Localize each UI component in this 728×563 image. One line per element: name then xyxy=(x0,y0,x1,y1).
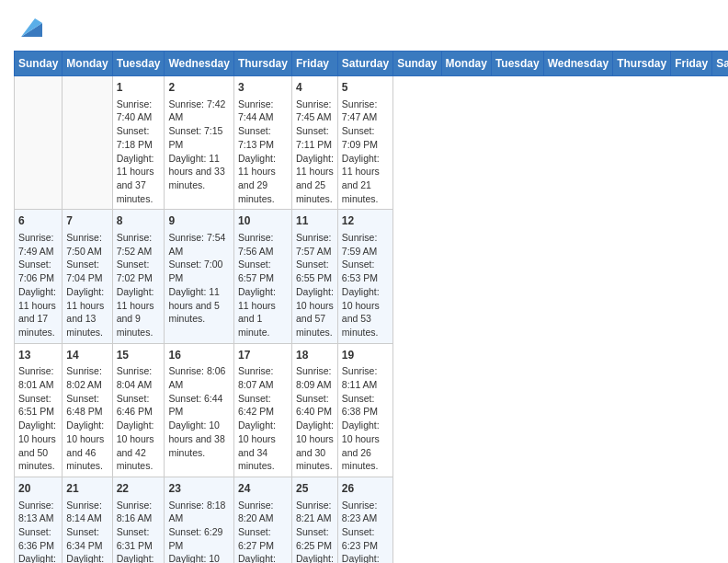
sunset-text: Sunset: 6:38 PM xyxy=(342,392,389,419)
header-tuesday: Tuesday xyxy=(491,52,543,76)
day-number: 22 xyxy=(117,481,161,497)
sunset-text: Sunset: 7:09 PM xyxy=(342,124,389,151)
sunrise-text: Sunrise: 7:59 AM xyxy=(342,231,389,258)
calendar-cell xyxy=(63,76,112,210)
day-number: 17 xyxy=(238,348,288,363)
day-number: 14 xyxy=(66,348,108,363)
calendar-cell: 19Sunrise: 8:11 AMSunset: 6:38 PMDayligh… xyxy=(337,343,392,477)
daylight-text: Daylight: 10 hours and 19 minutes. xyxy=(66,552,108,563)
logo-icon xyxy=(17,14,44,41)
sunset-text: Sunset: 7:18 PM xyxy=(117,124,161,151)
calendar-cell: 15Sunrise: 8:04 AMSunset: 6:46 PMDayligh… xyxy=(112,343,165,477)
daylight-text: Daylight: 11 hours and 17 minutes. xyxy=(18,285,58,339)
day-number: 24 xyxy=(238,481,288,497)
sunset-text: Sunset: 6:29 PM xyxy=(168,525,229,552)
calendar-cell: 4Sunrise: 7:45 AMSunset: 7:11 PMDaylight… xyxy=(291,76,337,210)
day-number: 16 xyxy=(168,348,229,363)
day-number: 10 xyxy=(238,213,288,229)
calendar-cell: 14Sunrise: 8:02 AMSunset: 6:48 PMDayligh… xyxy=(63,343,112,477)
calendar-cell: 8Sunrise: 7:52 AMSunset: 7:02 PMDaylight… xyxy=(112,210,165,343)
daylight-text: Daylight: 11 hours and 1 minute. xyxy=(238,285,288,339)
calendar-cell: 24Sunrise: 8:20 AMSunset: 6:27 PMDayligh… xyxy=(233,477,291,563)
daylight-text: Daylight: 11 hours and 25 minutes. xyxy=(296,152,334,206)
day-number: 5 xyxy=(342,80,389,96)
daylight-text: Daylight: 10 hours and 7 minutes. xyxy=(238,552,288,563)
sunset-text: Sunset: 6:25 PM xyxy=(296,525,334,552)
sunrise-text: Sunrise: 8:01 AM xyxy=(18,364,58,391)
calendar-cell: 9Sunrise: 7:54 AMSunset: 7:00 PMDaylight… xyxy=(165,210,233,343)
day-number: 18 xyxy=(296,348,334,363)
sunset-text: Sunset: 6:31 PM xyxy=(117,525,161,552)
sunrise-text: Sunrise: 8:13 AM xyxy=(18,499,58,525)
calendar-cell: 23Sunrise: 8:18 AMSunset: 6:29 PMDayligh… xyxy=(165,477,233,563)
sunset-text: Sunset: 7:04 PM xyxy=(66,258,108,284)
calendar-cell: 5Sunrise: 7:47 AMSunset: 7:09 PMDaylight… xyxy=(337,76,392,210)
calendar-week-row: 6Sunrise: 7:49 AMSunset: 7:06 PMDaylight… xyxy=(15,210,729,343)
header-friday: Friday xyxy=(291,52,337,76)
day-number: 7 xyxy=(66,213,108,229)
header-tuesday: Tuesday xyxy=(112,52,165,76)
day-number: 8 xyxy=(117,213,161,229)
sunrise-text: Sunrise: 8:06 AM xyxy=(168,364,229,391)
calendar-cell: 3Sunrise: 7:44 AMSunset: 7:13 PMDaylight… xyxy=(233,76,291,210)
daylight-text: Daylight: 10 hours and 46 minutes. xyxy=(66,419,108,473)
daylight-text: Daylight: 10 hours and 50 minutes. xyxy=(18,419,58,473)
sunrise-text: Sunrise: 7:52 AM xyxy=(117,231,161,258)
sunrise-text: Sunrise: 8:02 AM xyxy=(66,364,108,391)
daylight-text: Daylight: 10 hours and 3 minutes. xyxy=(296,552,334,563)
sunrise-text: Sunrise: 7:40 AM xyxy=(117,98,161,124)
sunrise-text: Sunrise: 8:14 AM xyxy=(66,499,108,525)
daylight-text: Daylight: 10 hours and 34 minutes. xyxy=(238,419,288,473)
sunset-text: Sunset: 6:23 PM xyxy=(342,525,389,552)
calendar-header-row: SundayMondayTuesdayWednesdayThursdayFrid… xyxy=(15,52,729,76)
day-number: 15 xyxy=(117,348,161,363)
calendar-cell: 12Sunrise: 7:59 AMSunset: 6:53 PMDayligh… xyxy=(337,210,392,343)
daylight-text: Daylight: 11 hours and 29 minutes. xyxy=(238,152,288,206)
sunrise-text: Sunrise: 8:23 AM xyxy=(342,499,389,525)
calendar-cell: 17Sunrise: 8:07 AMSunset: 6:42 PMDayligh… xyxy=(233,343,291,477)
sunrise-text: Sunrise: 7:45 AM xyxy=(296,98,334,124)
calendar-cell: 22Sunrise: 8:16 AMSunset: 6:31 PMDayligh… xyxy=(112,477,165,563)
calendar-cell: 11Sunrise: 7:57 AMSunset: 6:55 PMDayligh… xyxy=(291,210,337,343)
sunset-text: Sunset: 7:06 PM xyxy=(18,258,58,284)
calendar-cell: 18Sunrise: 8:09 AMSunset: 6:40 PMDayligh… xyxy=(291,343,337,477)
day-number: 4 xyxy=(296,80,334,96)
sunset-text: Sunset: 6:36 PM xyxy=(18,525,58,552)
sunset-text: Sunset: 6:57 PM xyxy=(238,258,288,284)
day-number: 19 xyxy=(342,348,389,363)
calendar-cell xyxy=(15,76,63,210)
daylight-text: Daylight: 10 hours and 26 minutes. xyxy=(342,419,389,473)
day-number: 21 xyxy=(66,481,108,497)
daylight-text: Daylight: 10 hours and 15 minutes. xyxy=(117,552,161,563)
day-number: 9 xyxy=(168,213,229,229)
sunset-text: Sunset: 6:53 PM xyxy=(342,258,389,284)
header-sunday: Sunday xyxy=(393,52,441,76)
day-number: 25 xyxy=(296,481,334,497)
daylight-text: Daylight: 10 hours and 30 minutes. xyxy=(296,419,334,473)
day-number: 2 xyxy=(168,80,229,96)
day-number: 13 xyxy=(18,348,58,363)
day-number: 26 xyxy=(342,481,389,497)
day-number: 1 xyxy=(117,80,161,96)
sunrise-text: Sunrise: 7:56 AM xyxy=(238,231,288,258)
sunrise-text: Sunrise: 7:42 AM xyxy=(168,98,229,124)
sunrise-text: Sunrise: 8:09 AM xyxy=(296,364,334,391)
sunrise-text: Sunrise: 8:21 AM xyxy=(296,499,334,525)
calendar-cell: 10Sunrise: 7:56 AMSunset: 6:57 PMDayligh… xyxy=(233,210,291,343)
sunset-text: Sunset: 7:15 PM xyxy=(168,124,229,151)
sunrise-text: Sunrise: 8:11 AM xyxy=(342,364,389,391)
daylight-text: Daylight: 10 hours and 11 minutes. xyxy=(168,552,229,563)
sunrise-text: Sunrise: 8:16 AM xyxy=(117,499,161,525)
calendar-week-row: 13Sunrise: 8:01 AMSunset: 6:51 PMDayligh… xyxy=(15,343,729,477)
sunrise-text: Sunrise: 8:04 AM xyxy=(117,364,161,391)
sunset-text: Sunset: 7:11 PM xyxy=(296,124,334,151)
sunset-text: Sunset: 6:42 PM xyxy=(238,392,288,419)
header-thursday: Thursday xyxy=(613,52,671,76)
day-number: 11 xyxy=(296,213,334,229)
daylight-text: Daylight: 10 hours and 57 minutes. xyxy=(296,285,334,339)
daylight-text: Daylight: 10 hours and 53 minutes. xyxy=(342,285,389,339)
calendar-cell: 21Sunrise: 8:14 AMSunset: 6:34 PMDayligh… xyxy=(63,477,112,563)
calendar-cell: 16Sunrise: 8:06 AMSunset: 6:44 PMDayligh… xyxy=(165,343,233,477)
sunset-text: Sunset: 6:55 PM xyxy=(296,258,334,284)
calendar-cell: 6Sunrise: 7:49 AMSunset: 7:06 PMDaylight… xyxy=(15,210,63,343)
